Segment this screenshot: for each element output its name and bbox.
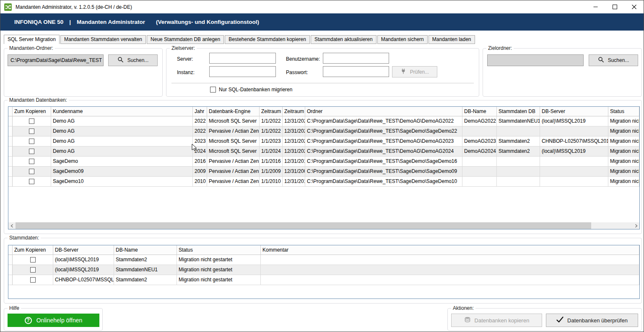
- row-header: [8, 255, 13, 265]
- column-header[interactable]: Ordner: [305, 107, 462, 116]
- row-checkbox[interactable]: [29, 118, 34, 124]
- cell-db_server: [540, 167, 608, 177]
- sql-only-checkbox[interactable]: [210, 87, 216, 93]
- search-icon: [598, 57, 604, 64]
- row-checkbox[interactable]: [30, 267, 36, 273]
- row-checkbox[interactable]: [29, 129, 34, 134]
- cell-jahr: 2016: [193, 157, 207, 167]
- row-checkbox[interactable]: [30, 257, 36, 263]
- cell-status: Migration nicht gestartet: [177, 265, 261, 275]
- cell-ordner: C:\ProgramData\Sage\Data\Rewe_TEST\DemoA…: [305, 147, 462, 157]
- table-row[interactable]: (local)\MSSQL2019StammdatenNEU1Migration…: [8, 265, 639, 275]
- titlebar[interactable]: Mandanten Administrator, v. 1.2.0.5 (de-…: [0, 0, 644, 13]
- cell-engine: Pervasive / Actian Zen: [207, 177, 260, 187]
- table-row[interactable]: (local)\MSSQL2019Stammdaten2Migration ni…: [8, 255, 639, 265]
- tab-mandanten-stammdaten-verwalten[interactable]: Mandanten Stammdaten verwalten: [60, 35, 146, 44]
- mandanten-grid: Zum KopierenKundennameJahrDatenbank-Engi…: [8, 106, 640, 229]
- onlinehelp-button[interactable]: ? Onlinehelp öffnen: [8, 314, 99, 327]
- cell-jahr: 2010: [193, 177, 207, 187]
- close-button[interactable]: [624, 0, 644, 13]
- column-header[interactable]: Status: [608, 107, 639, 116]
- table-row[interactable]: Demo AG2024Microsoft SQL Server1/1/20241…: [8, 147, 639, 157]
- tab-bestehende-stammdaten-kopieren[interactable]: Bestehende Stammdaten kopieren: [225, 35, 310, 44]
- column-header[interactable]: Zeitraum: [260, 107, 283, 116]
- cell-db_server: (local)\MSSQL2019: [53, 255, 114, 265]
- maximize-button[interactable]: [605, 0, 624, 13]
- cell-zeitraum_bis: 12/31/2022: [283, 116, 305, 126]
- app-subtitle: (Verwaltungs- und Konfigurationstool): [156, 19, 259, 25]
- row-checkbox[interactable]: [29, 179, 34, 184]
- column-header[interactable]: Zeitraum: [283, 107, 305, 116]
- horizontal-scrollbar[interactable]: [8, 222, 639, 229]
- column-header[interactable]: Status: [177, 245, 261, 255]
- tab-mandanten-laden[interactable]: Mandanten laden: [428, 35, 475, 44]
- cell-jahr: 2022: [193, 126, 207, 136]
- column-header[interactable]: DB-Name: [114, 245, 177, 255]
- scroll-right-button[interactable]: [633, 222, 639, 229]
- scroll-left-button[interactable]: [8, 222, 15, 229]
- column-header[interactable]: DB-Server: [540, 107, 608, 116]
- header-separator: |: [69, 19, 71, 25]
- column-header[interactable]: Zum Kopieren: [13, 107, 51, 116]
- mandanten-ordner-search-button[interactable]: Suchen...: [108, 54, 158, 66]
- table-row[interactable]: Demo AG2022Microsoft SQL Server1/1/20221…: [8, 116, 639, 126]
- server-input[interactable]: [209, 53, 276, 64]
- row-checkbox[interactable]: [29, 139, 34, 144]
- groupbox-stammdaten: Stammdaten: Zum KopierenDB-ServerDB-Name…: [4, 238, 642, 304]
- column-header[interactable]: Zum Kopieren: [13, 245, 53, 255]
- cell-status: Migration nicht gestartet: [608, 147, 639, 157]
- cell-engine: Microsoft SQL Server: [207, 147, 260, 157]
- cell-kundenname: Demo AG: [51, 126, 193, 136]
- tab-stammdaten-aktualisieren[interactable]: Stammdaten aktualisieren: [311, 35, 377, 44]
- table-row[interactable]: SageDemo092009Pervasive / Actian Zen1/1/…: [8, 167, 639, 177]
- table-row[interactable]: CHNBOP-L02507\MSSQL2019Stammdaten2Migrat…: [8, 275, 639, 285]
- cell-zeitraum_von: 1/1/2010: [260, 177, 283, 187]
- cell-db_name: DemoAG2024: [462, 147, 497, 157]
- column-header[interactable]: Kundenname: [51, 107, 193, 116]
- datenbanken-ueberpruefen-button[interactable]: Datenbanken überprüfen: [546, 314, 638, 327]
- instanz-input[interactable]: [209, 66, 276, 77]
- row-header: [8, 275, 13, 285]
- column-header[interactable]: DB-Server: [53, 245, 114, 255]
- zielordner-search-button[interactable]: Suchen...: [589, 54, 638, 66]
- column-header[interactable]: Datenbank-Engine: [207, 107, 260, 116]
- row-checkbox[interactable]: [29, 169, 34, 174]
- row-checkbox[interactable]: [29, 159, 34, 164]
- groupbox-label: Zielserver:: [170, 45, 197, 51]
- pruefen-button: Prüfen...: [392, 66, 437, 77]
- checkbox-cell: [13, 265, 53, 275]
- groupbox-label: Mandanten Datenbanken:: [8, 97, 69, 103]
- column-header[interactable]: Kommentar: [261, 245, 639, 255]
- cell-zeitraum_bis: 12/31/2009: [283, 167, 305, 177]
- scrollbar-thumb[interactable]: [16, 222, 591, 229]
- cell-engine: Pervasive / Actian Zen: [207, 157, 260, 167]
- checkbox-cell: [13, 116, 51, 126]
- passwort-input[interactable]: [323, 66, 389, 77]
- cell-status: Migration nicht gestartet: [177, 275, 261, 285]
- table-row[interactable]: SageDemo102010Pervasive / Actian Zen1/1/…: [8, 177, 639, 187]
- cell-zeitraum_bis: 12/31/2022: [283, 126, 305, 136]
- row-checkbox[interactable]: [29, 149, 34, 154]
- cell-engine: Pervasive / Actian Zen: [207, 126, 260, 136]
- tab-mandanten-sichern[interactable]: Mandanten sichern: [377, 35, 428, 44]
- table-row[interactable]: Demo AG2023Microsoft SQL Server1/1/20231…: [8, 136, 639, 147]
- column-header[interactable]: DB-Name: [462, 107, 497, 116]
- cell-db_name: StammdatenNEU1: [114, 265, 177, 275]
- table-row[interactable]: SageDemo2016Pervasive / Actian Zen1/1/20…: [8, 157, 639, 167]
- minimize-button[interactable]: [586, 0, 605, 13]
- cell-zeitraum_von: 1/1/2009: [260, 167, 283, 177]
- cell-jahr: 2024: [193, 147, 207, 157]
- row-header: [8, 136, 13, 147]
- benutzername-input[interactable]: [323, 53, 389, 64]
- cell-db_server: CHNBOP-L02507\MSSQL2019: [540, 136, 608, 147]
- column-header[interactable]: Jahr: [193, 107, 207, 116]
- cell-db_name: Stammdaten2: [114, 275, 177, 285]
- mandanten-ordner-path: C:\ProgramData\Sage\Data\Rewe_TEST: [8, 54, 104, 66]
- row-checkbox[interactable]: [30, 277, 36, 283]
- cell-ordner: C:\ProgramData\Sage\Data\Rewe_TEST\DemoA…: [305, 136, 462, 147]
- column-header[interactable]: Stammdaten DB: [497, 107, 540, 116]
- tab-sql-server-migration[interactable]: SQL Server Migration: [4, 35, 60, 44]
- tab-neue-stammdaten-db-anlegen[interactable]: Neue Stammdaten DB anlegen: [147, 35, 224, 44]
- sql-only-checkbox-row: Nur SQL-Datenbanken migrieren: [210, 87, 292, 93]
- table-row[interactable]: Demo AG2022Pervasive / Actian Zen1/1/202…: [8, 126, 639, 136]
